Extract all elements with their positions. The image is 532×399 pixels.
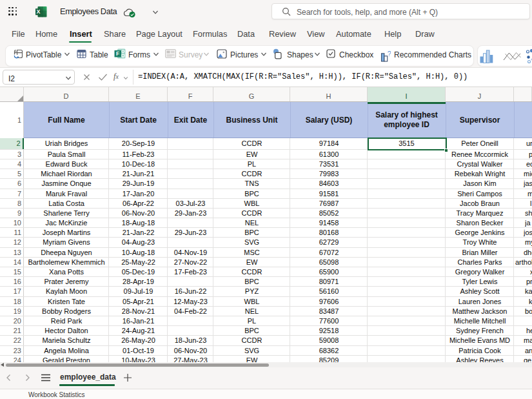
- svg-text:F: F: [116, 50, 119, 57]
- svg-text:?: ?: [388, 51, 391, 57]
- svg-text:X: X: [37, 8, 41, 15]
